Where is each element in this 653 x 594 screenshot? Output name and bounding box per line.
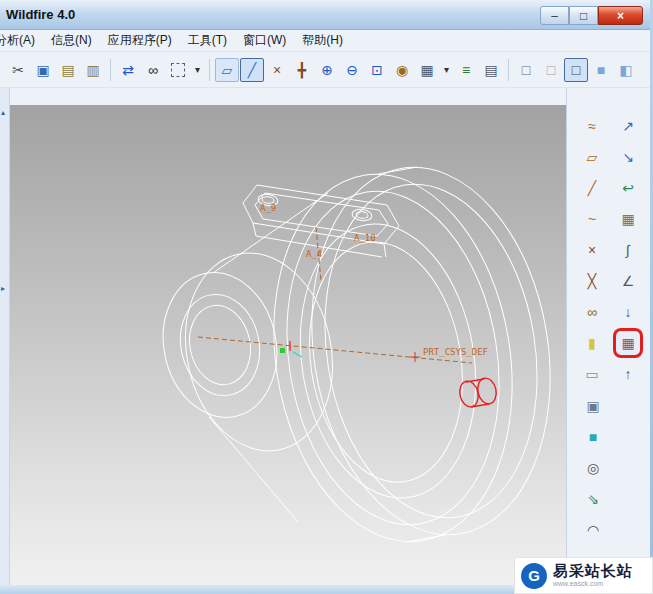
project-tool-icon[interactable]: ↓ bbox=[616, 300, 640, 324]
feature-toolbar-grid: ≈ ↗ ▱ ↘ ╱ ↩ ~ ▦ × ∫ ╳ ∠ ∞ ↓ ▮ ▦ ▭ ↑ bbox=[567, 114, 653, 386]
no-hidden-display-icon[interactable]: □ bbox=[564, 58, 588, 82]
zoom-in-icon[interactable]: ⊕ bbox=[315, 58, 339, 82]
datum-plane-icon[interactable]: ▱ bbox=[580, 145, 604, 169]
datum-curve-icon[interactable]: ~ bbox=[580, 207, 604, 231]
refit-icon[interactable]: ⊡ bbox=[365, 58, 389, 82]
view-manager-icon[interactable]: ▤ bbox=[479, 58, 503, 82]
csys-display-icon[interactable]: ╋ bbox=[290, 58, 314, 82]
left-sash: ▴ ▸ bbox=[0, 88, 10, 585]
mirror-tool-icon[interactable]: ↘ bbox=[616, 145, 640, 169]
style-tool-icon[interactable]: ≈ bbox=[580, 114, 604, 138]
paste-geometry-icon[interactable]: ▣ bbox=[581, 394, 605, 418]
orientation-triad bbox=[280, 341, 302, 357]
appearance-icon[interactable]: ▮ bbox=[580, 331, 604, 355]
shaded-display-icon[interactable]: ■ bbox=[589, 58, 613, 82]
cut-icon[interactable]: ✂ bbox=[6, 58, 30, 82]
window-controls: – □ × bbox=[540, 6, 643, 25]
revolve-icon[interactable]: ◎ bbox=[581, 456, 605, 480]
csys-tool-icon[interactable]: ▦ bbox=[616, 331, 640, 355]
views-dropdown-icon[interactable]: ▾ bbox=[440, 58, 453, 82]
axis-tool-icon[interactable]: ╳ bbox=[580, 269, 604, 293]
wireframe-display-icon[interactable]: □ bbox=[514, 58, 538, 82]
paste-special-icon[interactable]: ▥ bbox=[81, 58, 105, 82]
copy-icon[interactable]: ▣ bbox=[31, 58, 55, 82]
minimize-button[interactable]: – bbox=[540, 6, 569, 25]
datum-point-display-icon[interactable]: × bbox=[265, 58, 289, 82]
menu-window[interactable]: 窗口(W) bbox=[235, 30, 294, 52]
regenerate-icon[interactable]: ⇄ bbox=[116, 58, 140, 82]
model-viewport[interactable]: A_9 A_10 A_4 PRT_CSYS_DEF bbox=[10, 105, 566, 585]
selection-filter-icon[interactable] bbox=[166, 58, 190, 82]
maximize-button[interactable]: □ bbox=[569, 6, 598, 25]
datum-tag-a10[interactable]: A_10 bbox=[354, 233, 376, 243]
menu-applications[interactable]: 应用程序(P) bbox=[100, 30, 180, 52]
shaded-cube-icon[interactable]: ◧ bbox=[614, 58, 638, 82]
curve-points-icon[interactable]: ∫ bbox=[616, 238, 640, 262]
window-title: Wildfire 4.0 bbox=[0, 7, 75, 22]
toolbar-separator bbox=[110, 59, 111, 81]
menu-info[interactable]: 信息(N) bbox=[43, 30, 100, 52]
find-icon[interactable]: ∞ bbox=[141, 58, 165, 82]
watermark: G 易采站长站 www.easck.com bbox=[514, 557, 653, 594]
watermark-logo-icon: G bbox=[521, 563, 547, 589]
toolbar-separator bbox=[209, 59, 210, 81]
watermark-brand: 易采站长站 bbox=[553, 563, 633, 580]
menubar: 分析(A) 信息(N) 应用程序(P) 工具(T) 窗口(W) 帮助(H) bbox=[0, 30, 653, 52]
offset-tool-icon[interactable]: ↑ bbox=[616, 362, 640, 386]
watermark-url: www.easck.com bbox=[553, 580, 633, 588]
reorient-icon[interactable]: ◉ bbox=[390, 58, 414, 82]
extrude-icon[interactable]: ■ bbox=[581, 425, 605, 449]
layers-icon[interactable]: ≡ bbox=[454, 58, 478, 82]
sash-up-arrow-icon[interactable]: ▴ bbox=[1, 108, 5, 117]
datum-axis-display-icon[interactable]: ╱ bbox=[240, 58, 264, 82]
feature-toolbar: ≈ ↗ ▱ ↘ ╱ ↩ ~ ▦ × ∫ ╳ ∠ ∞ ↓ ▮ ▦ ▭ ↑ ▣ ■ … bbox=[566, 88, 653, 585]
datum-tag-a4[interactable]: A_4 bbox=[306, 249, 322, 259]
csys-tag[interactable]: PRT_CSYS_DEF bbox=[423, 347, 488, 357]
app-window: Wildfire 4.0 – □ × 分析(A) 信息(N) 应用程序(P) 工… bbox=[0, 0, 653, 594]
datum-tag-a9[interactable]: A_9 bbox=[260, 203, 276, 213]
merge-tool-icon[interactable]: ↩ bbox=[616, 176, 640, 200]
filter-dropdown-icon[interactable]: ▾ bbox=[191, 58, 204, 82]
round-icon[interactable]: ◠ bbox=[581, 518, 605, 542]
sweep-icon[interactable]: ⇘ bbox=[581, 487, 605, 511]
datum-plane-display-icon[interactable]: ▱ bbox=[215, 58, 239, 82]
model-wireframe[interactable] bbox=[150, 150, 566, 559]
titlebar[interactable]: Wildfire 4.0 – □ × bbox=[0, 0, 653, 30]
toolbar-separator bbox=[508, 59, 509, 81]
main-toolbar: ✂ ▣ ▤ ▥ ⇄ ∞ ▾ ▱ ╱ × ╋ ⊕ ⊖ ⊡ ◉ ▦ ▾ ≡ ▤ □ … bbox=[0, 52, 653, 88]
copy-geometry-icon[interactable]: ↗ bbox=[616, 114, 640, 138]
graphics-area[interactable]: A_9 A_10 A_4 PRT_CSYS_DEF bbox=[10, 105, 566, 585]
datum-point-icon[interactable]: × bbox=[580, 238, 604, 262]
chain-tool-icon[interactable]: ∞ bbox=[580, 300, 604, 324]
paste-icon[interactable]: ▤ bbox=[56, 58, 80, 82]
datum-axis-icon[interactable]: ╱ bbox=[580, 176, 604, 200]
sketch-tool-icon[interactable]: ∠ bbox=[616, 269, 640, 293]
menu-analysis[interactable]: 分析(A) bbox=[0, 30, 43, 52]
saved-views-icon[interactable]: ▦ bbox=[415, 58, 439, 82]
zoom-out-icon[interactable]: ⊖ bbox=[340, 58, 364, 82]
close-button[interactable]: × bbox=[598, 6, 643, 25]
rect-tool-icon[interactable]: ▭ bbox=[580, 362, 604, 386]
selected-feature-highlight[interactable] bbox=[457, 376, 498, 408]
menu-tools[interactable]: 工具(T) bbox=[180, 30, 235, 52]
boundary-blend-icon[interactable]: ▦ bbox=[616, 207, 640, 231]
hidden-line-display-icon[interactable]: □ bbox=[539, 58, 563, 82]
sash-open-arrow-icon[interactable]: ▸ bbox=[1, 284, 5, 293]
menu-help[interactable]: 帮助(H) bbox=[294, 30, 351, 52]
